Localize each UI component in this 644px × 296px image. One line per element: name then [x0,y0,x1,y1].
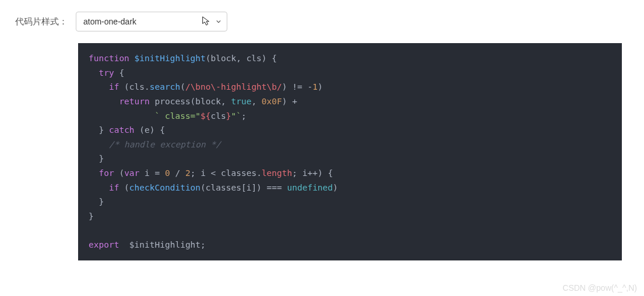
code-token: export [89,240,119,249]
code-token: , [251,97,261,106]
code-token: ; [241,111,247,121]
code-token: if [109,183,119,192]
code-token: "` [231,111,241,121]
code-token: ) [333,183,338,192]
code-token: } [98,154,104,163]
style-label: 代码片样式： [15,16,68,27]
code-token: if [109,82,119,91]
code-token: ( [180,82,185,91]
code-token: true [231,97,251,106]
code-token: 0x0F [262,97,282,106]
code-token: var [124,168,139,178]
code-token: (classes[i]) === [200,183,287,192]
code-token: for [98,168,114,178]
code-token: ; i < classes. [191,168,262,178]
style-selector-row: 代码片样式： atom-one-dark [12,12,632,31]
code-token: ) != - [282,82,312,91]
code-token: } [98,197,104,206]
code-token: class=" [160,111,200,121]
code-token: (block, cls) { [206,54,277,63]
code-token: / [170,168,185,178]
code-token: ; i++) { [292,168,333,178]
code-token: ( [114,168,124,178]
code-token: length [262,168,292,178]
style-select-wrapper: atom-one-dark [76,12,227,31]
code-token: 0 [165,168,170,178]
code-token: return [119,97,149,106]
code-token: search [150,82,180,91]
code-token: catch [109,125,135,135]
code-token: ) + [282,97,297,106]
code-token: /* handle exception */ [109,140,221,149]
code-token: $initHighlight [135,54,206,63]
code-token: function [89,54,129,63]
code-token: { [114,68,124,77]
code-token: checkCondition [129,183,200,192]
code-token: ) [318,82,323,91]
code-preview: function $initHighlight(block, cls) { tr… [78,43,622,260]
code-token: 1 [312,82,318,91]
code-token: cls [211,111,226,121]
code-token: process(block, [150,97,231,106]
code-token: /\bno\-highlight\b/ [185,82,282,91]
code-token: (cls. [119,82,149,91]
code-token: ${ [200,111,210,121]
code-token: ` [155,111,160,121]
code-token: $initHighlight; [119,240,205,249]
code-token: try [98,68,114,77]
code-token: (e) { [135,125,165,135]
code-token: i = [139,168,165,178]
code-token: } [89,212,94,221]
code-token: 2 [185,168,191,178]
code-token: undefined [287,183,333,192]
code-token: ( [119,183,129,192]
style-select[interactable]: atom-one-dark [76,12,227,31]
code-token: } [98,125,108,135]
